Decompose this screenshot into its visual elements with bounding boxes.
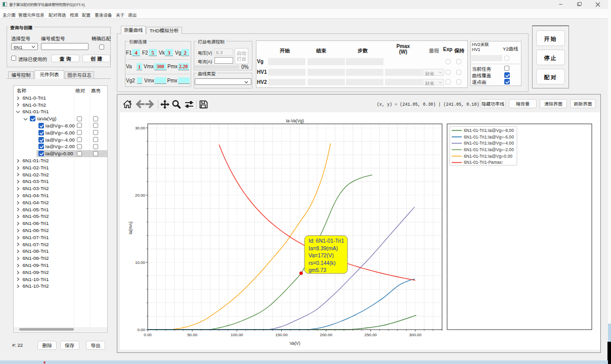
svg-text:0.00: 0.00 xyxy=(144,333,152,337)
svg-text:30.00: 30.00 xyxy=(135,126,146,130)
svg-text:50.00: 50.00 xyxy=(187,333,198,337)
svg-text:200.00: 200.00 xyxy=(320,333,332,337)
svg-text:Va=172(V): Va=172(V) xyxy=(309,252,334,258)
svg-text:6N1-01-Tri1:Ia@Vg=-2.00: 6N1-01-Tri1:Ia@Vg=-2.00 xyxy=(464,147,514,152)
svg-text:Ia-Va(Vg): Ia-Va(Vg) xyxy=(286,118,304,123)
svg-text:6N1-01-Tri1:Ia@Vg=-8.00: 6N1-01-Tri1:Ia@Vg=-8.00 xyxy=(464,128,514,133)
svg-text:10.00: 10.00 xyxy=(135,260,146,265)
svg-text:6N1-01-Tri1:Ia@Vg=0.00: 6N1-01-Tri1:Ia@Vg=0.00 xyxy=(464,154,512,159)
svg-text:250.00: 250.00 xyxy=(365,333,377,337)
svg-text:0.00: 0.00 xyxy=(137,328,145,332)
svg-text:Va(V): Va(V) xyxy=(289,341,300,346)
svg-text:150.00: 150.00 xyxy=(275,333,288,337)
svg-text:6N1-01-Tri1:Ia@Vg=-6.00: 6N1-01-Tri1:Ia@Vg=-6.00 xyxy=(464,134,514,140)
svg-text:Ia(mA): Ia(mA) xyxy=(128,221,133,235)
svg-text:Ia=8.39(mA): Ia=8.39(mA) xyxy=(309,245,338,251)
svg-text:100.00: 100.00 xyxy=(231,333,243,337)
svg-text:rs=0.144(k): rs=0.144(k) xyxy=(309,260,335,266)
svg-text:gm5.73: gm5.73 xyxy=(309,267,326,273)
svg-text:20.00: 20.00 xyxy=(135,193,146,198)
svg-text:6N1-01-Tri1-Pamax:: 6N1-01-Tri1-Pamax: xyxy=(464,160,503,165)
svg-text:300.00: 300.00 xyxy=(409,333,422,337)
svg-text:6N1-01-Tri1:Ia@Vg=-4.00: 6N1-01-Tri1:Ia@Vg=-4.00 xyxy=(464,141,514,146)
svg-text:Id: 6N1-01-Tri1: Id: 6N1-01-Tri1 xyxy=(309,238,344,244)
